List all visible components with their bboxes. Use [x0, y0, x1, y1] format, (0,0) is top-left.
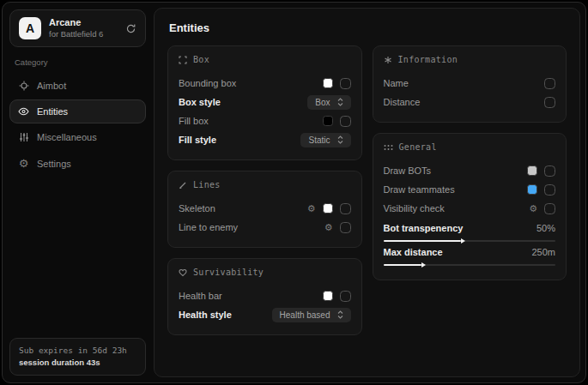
subscription-card: Sub expires in 56d 23h session duration …: [9, 338, 146, 376]
name-checkbox[interactable]: [544, 78, 555, 89]
box-corners-icon: [179, 56, 187, 64]
slider-value: 50%: [536, 223, 555, 233]
draw-bots-row: Draw BOTs: [384, 161, 556, 180]
row-label: Health bar: [179, 291, 222, 301]
color-swatch[interactable]: [323, 203, 333, 214]
color-swatch[interactable]: [323, 116, 333, 126]
settings-gear-icon[interactable]: ⚙: [307, 204, 316, 214]
visibility-check-checkbox[interactable]: [544, 203, 555, 214]
max-distance-row: Max distance 250m: [384, 247, 556, 257]
box-panel: Box Bounding box Box style Box: [167, 45, 362, 160]
slider-fill: [384, 240, 461, 242]
color-swatch[interactable]: [323, 291, 333, 301]
health-bar-checkbox[interactable]: [340, 291, 351, 302]
color-swatch[interactable]: [527, 184, 537, 195]
app-subtitle: for Battlefield 6: [49, 29, 118, 39]
asterisk-icon: [384, 56, 392, 64]
sidebar: A Arcane for Battlefield 6 Category Aimb…: [3, 3, 153, 382]
row-label: Name: [384, 78, 409, 88]
distance-checkbox[interactable]: [544, 97, 555, 108]
row-label: Line to enemy: [179, 222, 238, 232]
color-swatch[interactable]: [323, 78, 333, 88]
bounding-box-row: Bounding box: [179, 74, 351, 93]
lines-panel: Lines Skeleton ⚙ Line to enemy ⚙: [167, 171, 362, 248]
sidebar-item-aimbot[interactable]: Aimbot: [9, 74, 146, 98]
row-label: Health style: [179, 310, 232, 320]
row-label: Fill style: [179, 135, 216, 145]
panel-title: Lines: [193, 180, 221, 189]
pencil-icon: [179, 181, 187, 189]
eye-icon: [18, 106, 29, 117]
row-label: Draw teammates: [384, 184, 455, 195]
unfold-icon: [337, 135, 343, 144]
right-column: Information Name Distance: [373, 45, 567, 291]
bot-transparency-slider[interactable]: [384, 240, 556, 242]
page-title: Entities: [169, 21, 567, 34]
sidebar-item-miscellaneous[interactable]: Miscellaneous: [9, 125, 146, 149]
panel-title: General: [399, 142, 437, 152]
left-column: Box Bounding box Box style Box: [167, 45, 362, 346]
line-to-enemy-row: Line to enemy ⚙: [179, 218, 351, 237]
slider-value: 250m: [531, 247, 555, 257]
fill-style-dropdown[interactable]: Static: [300, 133, 350, 147]
app-avatar: A: [19, 17, 41, 39]
sidebar-item-label: Aimbot: [37, 81, 66, 91]
app-window: A Arcane for Battlefield 6 Category Aimb…: [2, 2, 586, 383]
max-distance-slider[interactable]: [384, 264, 556, 266]
fill-box-checkbox[interactable]: [340, 116, 351, 127]
skeleton-row: Skeleton ⚙: [179, 199, 351, 218]
unfold-icon: [337, 310, 343, 319]
crosshair-icon: [18, 81, 29, 91]
row-label: Visibility check: [384, 203, 445, 214]
row-label: Distance: [384, 97, 421, 107]
main-content: Entities Box Bounding box: [154, 8, 580, 377]
draw-teammates-row: Draw teammates: [384, 180, 556, 199]
sidebar-item-entities[interactable]: Entities: [9, 99, 146, 123]
health-bar-row: Health bar: [179, 286, 351, 305]
dropdown-value: Health based: [280, 310, 330, 320]
draw-bots-checkbox[interactable]: [544, 165, 555, 177]
name-row: Name: [384, 74, 556, 93]
heart-icon: [179, 268, 187, 277]
information-panel: Information Name Distance: [373, 45, 567, 123]
settings-gear-icon[interactable]: ⚙: [529, 204, 537, 214]
line-to-enemy-checkbox[interactable]: [340, 222, 351, 233]
bounding-box-checkbox[interactable]: [340, 78, 351, 89]
fill-style-row: Fill style Static: [179, 130, 351, 149]
color-swatch[interactable]: [527, 165, 537, 176]
slider-label: Max distance: [384, 247, 443, 257]
distance-row: Distance: [384, 93, 556, 111]
refresh-icon[interactable]: [125, 23, 136, 34]
row-label: Draw BOTs: [384, 165, 432, 176]
fill-box-row: Fill box: [179, 111, 351, 130]
sliders-icon: [18, 132, 29, 142]
sidebar-item-settings[interactable]: ⚙ Settings: [9, 151, 146, 176]
dropdown-value: Static: [308, 135, 330, 145]
slider-label: Bot transpenency: [384, 223, 464, 233]
panel-title: Information: [398, 55, 458, 64]
health-style-dropdown[interactable]: Health based: [272, 308, 351, 322]
settings-gear-icon[interactable]: ⚙: [324, 223, 333, 232]
survivability-panel: Survivability Health bar Health style He…: [167, 258, 362, 335]
dropdown-value: Box: [315, 98, 330, 107]
row-label: Box style: [179, 97, 221, 107]
health-style-row: Health style Health based: [179, 305, 351, 324]
box-style-row: Box style Box: [179, 93, 351, 111]
logo-card: A Arcane for Battlefield 6: [9, 9, 146, 47]
box-style-dropdown[interactable]: Box: [307, 95, 350, 110]
panel-title: Box: [193, 55, 209, 64]
visibility-check-row: Visibility check ⚙: [384, 199, 556, 218]
bot-transparency-row: Bot transpenency 50%: [384, 223, 556, 233]
sidebar-item-label: Miscellaneous: [37, 132, 97, 142]
sidebar-item-label: Settings: [37, 159, 71, 169]
draw-teammates-checkbox[interactable]: [544, 184, 555, 196]
skeleton-checkbox[interactable]: [340, 203, 351, 214]
session-duration-text: session duration 43s: [19, 357, 136, 369]
unfold-icon: [337, 98, 343, 106]
category-label: Category: [15, 57, 141, 67]
sub-expiry-text: Sub expires in 56d 23h: [19, 345, 136, 357]
row-label: Bounding box: [179, 78, 236, 88]
slider-fill: [384, 264, 421, 266]
gear-icon: ⚙: [18, 158, 29, 169]
grid-dots-icon: [384, 144, 393, 151]
